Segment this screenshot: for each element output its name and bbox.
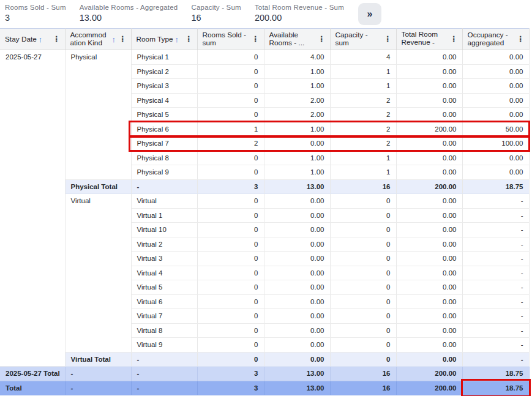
column-menu-icon[interactable]: ⋮ (51, 35, 62, 43)
column-header-total-room-revenue-sum[interactable]: Total Room Revenue - sum⋮ (396, 29, 462, 50)
value-cell: 0.00 (396, 223, 462, 237)
value-cell: 0.00 (462, 79, 529, 94)
column-menu-icon[interactable]: ⋮ (118, 35, 128, 43)
value-cell: 16 (330, 367, 396, 381)
accommodation-kind-cell: - (65, 367, 131, 381)
kpi-total-room-revenue: Total Room Revenue - Sum 200.00 (255, 4, 344, 23)
column-header-available-rooms[interactable]: Available Rooms - ...⋮ (264, 29, 330, 50)
value-cell: 1 (330, 64, 396, 79)
value-cell: - (462, 252, 529, 266)
value-cell: 0.00 (462, 93, 529, 108)
value-cell: 0.00 (396, 208, 462, 223)
value-cell: 2 (330, 108, 396, 122)
kpi-value: 13.00 (80, 13, 178, 23)
kpi-rooms-sold: Rooms Sold - Sum 3 (5, 4, 66, 23)
grand-total-row: Total--313.0016200.0018.75 (0, 381, 529, 395)
column-label: Accommodation Kind (70, 31, 110, 47)
value-cell: 0.00 (396, 136, 462, 151)
value-cell: 0 (197, 93, 264, 108)
value-cell: 0.00 (396, 266, 462, 280)
column-header-occupancy-aggregated[interactable]: Occupancy - aggregated⋮ (462, 29, 529, 50)
value-cell: - (462, 352, 529, 367)
sort-ascending-icon[interactable]: ↑ (112, 35, 116, 44)
value-cell: 0.00 (264, 294, 330, 309)
table-row: VirtualVirtual00.0000.00- (0, 194, 529, 209)
sort-ascending-icon[interactable]: ↑ (175, 35, 179, 44)
column-menu-icon[interactable]: ⋮ (250, 35, 261, 43)
value-cell: 1.00 (264, 165, 330, 180)
value-cell: 0.00 (396, 50, 462, 65)
value-cell: 0 (330, 194, 396, 209)
value-cell: 0.00 (264, 309, 330, 324)
column-header-capacity-sum[interactable]: Capacity - sum⋮ (330, 29, 396, 50)
room-type-cell: Physical 9 (131, 165, 197, 180)
room-type-cell: Virtual 8 (131, 323, 197, 338)
value-cell: - (462, 266, 529, 280)
column-menu-icon[interactable]: ⋮ (317, 35, 327, 43)
column-menu-icon[interactable]: ⋮ (184, 35, 194, 43)
value-cell: 0.00 (396, 309, 462, 324)
value-cell: 0.00 (264, 252, 330, 266)
value-cell: 0.00 (396, 151, 462, 165)
value-cell: 13.00 (264, 179, 330, 194)
sort-ascending-icon[interactable]: ↑ (39, 35, 43, 44)
summary-bar: Rooms Sold - Sum 3 Available Rooms - Agg… (0, 0, 532, 28)
value-cell: - (462, 208, 529, 223)
value-cell: 0 (330, 323, 396, 338)
value-cell: 0.00 (396, 165, 462, 180)
column-header-rooms-sold-sum[interactable]: Rooms Sold - sum⋮ (197, 29, 264, 50)
column-header-stay-date[interactable]: Stay Date↑⋮ (0, 29, 65, 50)
kpi-label: Rooms Sold - Sum (5, 4, 66, 11)
value-cell: 0 (197, 294, 264, 309)
column-label: Occupancy - aggregated (468, 31, 514, 47)
value-cell: 0.00 (264, 266, 330, 280)
value-cell: 1.00 (264, 79, 330, 94)
value-cell: - (462, 309, 529, 324)
value-cell: 2 (330, 93, 396, 108)
kpi-value: 200.00 (255, 13, 344, 23)
value-cell: 0.00 (396, 338, 462, 353)
kpi-label: Available Rooms - Aggregated (80, 4, 178, 11)
value-cell: 0 (197, 79, 264, 94)
expand-panel-button[interactable]: » (358, 3, 381, 25)
room-type-cell: Virtual (131, 194, 197, 209)
value-cell: 3 (197, 367, 264, 381)
value-cell: 3 (197, 381, 264, 395)
column-header-accommodation-kind[interactable]: Accommodation Kind↑⋮ (65, 29, 131, 50)
room-type-cell: Physical 2 (131, 64, 197, 79)
value-cell: 0 (330, 237, 396, 252)
column-menu-icon[interactable]: ⋮ (515, 35, 526, 43)
value-cell: 0.00 (396, 294, 462, 309)
subtotal-row: Physical Total-313.0016200.0018.75 (0, 179, 529, 194)
column-menu-icon[interactable]: ⋮ (449, 35, 459, 43)
room-type-cell: Virtual 1 (131, 208, 197, 223)
value-cell: - (462, 237, 529, 252)
room-type-cell: Virtual 7 (131, 309, 197, 324)
value-cell: - (462, 223, 529, 237)
room-type-cell: Virtual 2 (131, 237, 197, 252)
room-type-cell: Physical 1 (131, 50, 197, 65)
room-type-cell: Physical 5 (131, 108, 197, 122)
column-menu-icon[interactable]: ⋮ (383, 35, 393, 43)
value-cell: - (462, 194, 529, 209)
value-cell: 1.00 (264, 151, 330, 165)
value-cell: 2.00 (264, 93, 330, 108)
value-cell: 13.00 (264, 367, 330, 381)
value-cell: 0.00 (462, 108, 529, 122)
value-cell: 1 (330, 151, 396, 165)
value-cell: 2.00 (264, 108, 330, 122)
room-type-cell: - (131, 179, 197, 194)
column-header-room-type[interactable]: Room Type↑⋮ (131, 29, 197, 50)
value-cell: 0.00 (396, 93, 462, 108)
value-cell: 1.00 (264, 122, 330, 136)
value-cell: 18.75 (462, 367, 529, 381)
column-label: Rooms Sold - sum (203, 31, 249, 47)
room-type-cell: Virtual 9 (131, 338, 197, 353)
value-cell: 2 (330, 136, 396, 151)
accommodation-kind-cell: - (65, 381, 131, 395)
value-cell: 0 (197, 338, 264, 353)
value-cell: 16 (330, 381, 396, 395)
room-type-cell: - (131, 381, 197, 395)
value-cell: 1.00 (264, 64, 330, 79)
value-cell: - (462, 338, 529, 353)
